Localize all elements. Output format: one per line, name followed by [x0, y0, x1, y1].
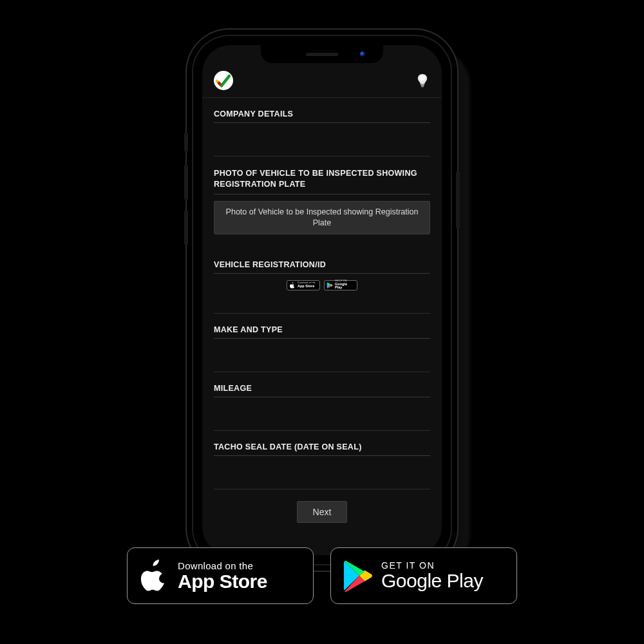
photo-upload-button[interactable]: Photo of Vehicle to be Inspected showing…	[214, 201, 430, 234]
mini-store-badges: Download on the App Store	[214, 280, 430, 290]
googleplay-badge[interactable]: GET IT ON Google Play	[330, 547, 517, 604]
mute-switch	[184, 133, 188, 152]
mini-google-bottom: Google Play	[335, 283, 355, 290]
apple-icon	[139, 560, 169, 592]
section-make: MAKE AND TYPE	[214, 314, 430, 372]
make-input[interactable]	[214, 350, 430, 372]
app-viewport: COMPANY DETAILS PHOTO OF VEHICLE TO BE I…	[202, 63, 442, 555]
google-play-icon	[327, 282, 333, 289]
section-company: COMPANY DETAILS	[214, 98, 430, 156]
registration-label: VEHICLE REGISTRATION/ID	[214, 260, 430, 274]
apple-badge-bottom: App Store	[178, 571, 267, 592]
company-input[interactable]	[214, 135, 430, 156]
mini-badge-appstore[interactable]: Download on the App Store	[287, 280, 320, 290]
section-tacho: TACHO SEAL DATE (DATE ON SEAL)	[214, 431, 430, 489]
phone-mockup: COMPANY DETAILS PHOTO OF VEHICLE TO BE I…	[193, 36, 451, 564]
svg-rect-3	[421, 86, 424, 87]
google-badge-bottom: Google Play	[381, 571, 483, 591]
google-play-icon	[343, 560, 372, 592]
theme-toggle-button[interactable]	[415, 73, 430, 88]
appstore-badge[interactable]: Download on the App Store	[127, 547, 314, 604]
volume-up	[184, 165, 188, 200]
section-photo: PHOTO OF VEHICLE TO BE INSPECTED SHOWING…	[214, 156, 430, 234]
form-body: COMPANY DETAILS PHOTO OF VEHICLE TO BE I…	[202, 98, 442, 555]
phone-screen: COMPANY DETAILS PHOTO OF VEHICLE TO BE I…	[202, 45, 442, 555]
power-button	[456, 171, 460, 229]
volume-down	[184, 210, 188, 245]
tacho-label: TACHO SEAL DATE (DATE ON SEAL)	[214, 442, 430, 456]
make-label: MAKE AND TYPE	[214, 325, 430, 339]
app-header	[202, 63, 442, 98]
tacho-input[interactable]	[214, 468, 430, 489]
next-button[interactable]: Next	[297, 501, 348, 523]
app-logo-icon	[214, 71, 233, 90]
photo-label: PHOTO OF VEHICLE TO BE INSPECTED SHOWING…	[214, 168, 430, 194]
mileage-input[interactable]	[214, 409, 430, 431]
svg-point-0	[420, 75, 425, 80]
apple-badge-top: Download on the	[178, 560, 267, 571]
registration-input[interactable]	[214, 292, 430, 314]
section-registration: VEHICLE REGISTRATION/ID Download on the …	[214, 234, 430, 314]
google-badge-top: GET IT ON	[381, 560, 483, 571]
svg-rect-1	[421, 84, 424, 84]
section-mileage: MILEAGE	[214, 372, 430, 431]
apple-icon	[289, 282, 296, 289]
mileage-label: MILEAGE	[214, 384, 430, 397]
svg-rect-2	[421, 85, 424, 86]
bulb-icon	[417, 73, 428, 88]
mini-apple-bottom: App Store	[298, 285, 316, 289]
company-label: COMPANY DETAILS	[214, 109, 430, 123]
mini-badge-googleplay[interactable]: GET IT ON Google Play	[324, 280, 357, 290]
store-badges: Download on the App Store GET IT ON Goog…	[127, 547, 517, 604]
